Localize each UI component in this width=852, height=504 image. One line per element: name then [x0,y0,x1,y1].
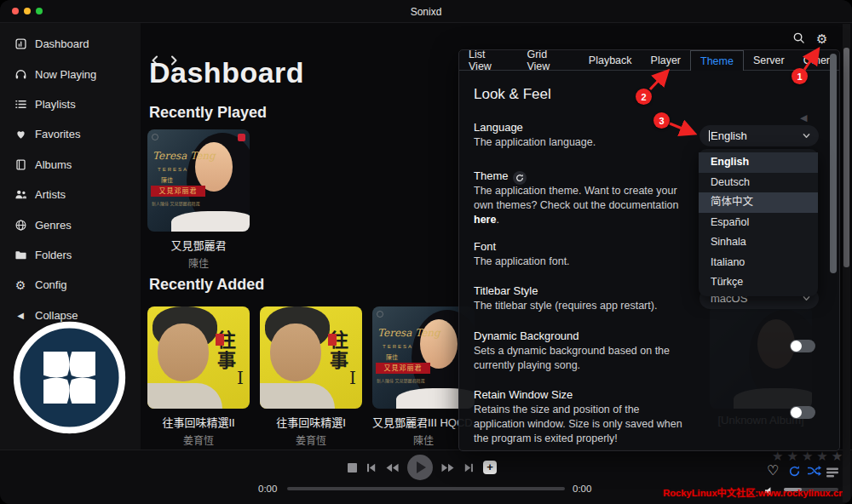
dynamic-background-toggle[interactable] [790,340,815,352]
dropdown-option-sinhala[interactable]: Sinhala [699,232,818,253]
stop-icon [348,463,357,472]
dropdown-option-espanol[interactable]: Español [699,213,818,233]
settings-button[interactable]: ⚙ [816,32,827,47]
cover-art-dress [171,211,250,232]
shuffle-button[interactable] [807,465,822,480]
heart-outline-icon: ♡ [767,463,779,478]
elapsed-time: 0:00 [258,484,277,494]
window-title: Sonixd [0,6,852,18]
window-scrollbar-thumb[interactable] [843,48,849,267]
toggle-knob [791,407,802,418]
album-title[interactable]: 往事回味精選I [260,414,362,430]
dropdown-option-italiano[interactable]: Italiano [699,253,818,273]
sidebar-item-artists[interactable]: Artists [0,180,141,209]
sidebar-item-favorites[interactable]: Favorites [0,119,141,149]
language-select[interactable]: English [699,125,819,146]
seek-slider[interactable] [287,487,565,490]
theme-refresh-button[interactable] [513,171,527,185]
sidebar-item-label: Albums [35,158,72,171]
sidebar-item-dashboard[interactable]: Dashboard [0,29,141,59]
play-button[interactable] [407,455,433,480]
album-cover[interactable]: 往事 I [260,306,362,409]
tab-player[interactable]: Player [642,50,690,71]
dynamic-background-description: Sets a dynamic background based on the c… [474,344,670,373]
album-card[interactable]: Teresa Teng TERESA 陳佳 又見邓丽君 新人陳佳 又見鄧麗君精選… [147,129,250,270]
search-icon [792,32,805,44]
album-title[interactable]: 往事回味精選II [147,414,250,430]
album-artist[interactable]: 陳佳 [147,255,250,270]
previous-track-button[interactable] [365,461,377,474]
sidebar-item-label: Playlists [35,98,76,111]
recently-added-heading: Recently Added [149,276,264,294]
theme-description-line: here. [474,213,678,227]
chevron-down-icon [803,132,810,140]
repeat-icon [788,465,801,478]
retain-window-size-toggle[interactable] [790,406,815,419]
cover-text: 新人陳佳 又見鄧麗君精選 [152,200,199,206]
titlebar-style-description: The titlebar style (requires app restart… [474,299,657,313]
annotation-step-1: 1 [792,68,808,84]
sidebar-item-genres[interactable]: Genres [0,209,141,239]
cover-art-suit [260,383,335,409]
tab-list-view[interactable]: List View [459,50,517,71]
refresh-icon [515,174,524,182]
album-cover[interactable]: Teresa Teng TERESA 陳佳 又見邓丽君 新人陳佳 又見鄧麗君精選 [147,129,250,232]
cover-seal [328,334,337,346]
album-book-icon [14,158,27,171]
scroll-left-icon[interactable]: ◀ [800,112,807,123]
cover-text: 往事 [323,330,350,371]
panel-scrollbar-thumb[interactable] [830,54,837,273]
add-to-queue-button[interactable]: + [483,461,497,474]
repeat-button[interactable] [788,465,801,481]
globe-icon [14,218,27,232]
tab-server[interactable]: Server [744,50,794,71]
sidebar-item-playlists[interactable]: Playlists [0,89,141,119]
album-card[interactable]: 往事 I 往事回味精選I 姜育恆 [260,306,362,447]
annotation-step-2: 2 [636,89,652,105]
total-time: 0:00 [573,484,591,494]
theme-description-line: own themes? Check out the documentation [474,198,678,213]
dropdown-option-english[interactable]: English [699,152,818,173]
fast-forward-button[interactable] [440,461,455,474]
favorite-button[interactable]: ♡ [767,464,779,478]
tab-grid-view[interactable]: Grid View [517,50,579,71]
sidebar-item-config[interactable]: ⚙ Config [0,270,141,300]
language-description: The application language. [474,135,596,150]
sidebar-item-folders[interactable]: Folders [0,240,141,270]
record-label-icon [238,134,245,141]
here-link[interactable]: here [474,214,496,226]
text-cursor [709,130,710,141]
sidebar-item-label: Artists [35,188,66,201]
queue-button[interactable] [826,466,838,481]
album-artist[interactable]: 姜育恆 [260,432,362,447]
stop-button[interactable] [348,463,357,472]
toggle-knob [791,341,802,352]
tab-playback[interactable]: Playback [579,50,642,71]
next-track-button[interactable] [463,461,475,474]
dropdown-option-deutsch[interactable]: Deutsch [699,173,818,193]
gear-icon: ⚙ [816,32,827,46]
album-cover[interactable]: 往事 I [147,306,250,409]
cover-text: Teresa Teng [153,150,216,162]
album-card[interactable]: 往事 I 往事回味精選II 姜育恆 [147,306,250,447]
window-scrollbar[interactable] [843,24,850,502]
folder-icon [14,248,27,261]
retain-window-size-label: Retain Window Size [474,388,573,401]
album-title[interactable]: 又見鄧麗君 [147,237,250,253]
heart-icon [14,128,27,141]
cover-art-face [270,324,321,381]
album-artist[interactable]: 姜育恆 [147,432,250,447]
playlist-icon [14,97,27,111]
sidebar-item-label: Dashboard [35,37,89,50]
sidebar-item-albums[interactable]: Albums [0,150,141,180]
dynamic-background-label: Dynamic Background [474,329,579,342]
rewind-button[interactable] [385,461,400,474]
search-button[interactable] [792,32,805,48]
record-label-icon [152,134,158,140]
cover-seal [216,334,224,346]
tab-theme[interactable]: Theme [690,50,744,71]
sidebar-item-now-playing[interactable]: Now Playing [0,59,141,89]
dropdown-option-turkce[interactable]: Türkçe [699,272,818,293]
queue-list-icon [826,467,838,478]
dropdown-option-zh[interactable]: 简体中文 [699,192,818,213]
